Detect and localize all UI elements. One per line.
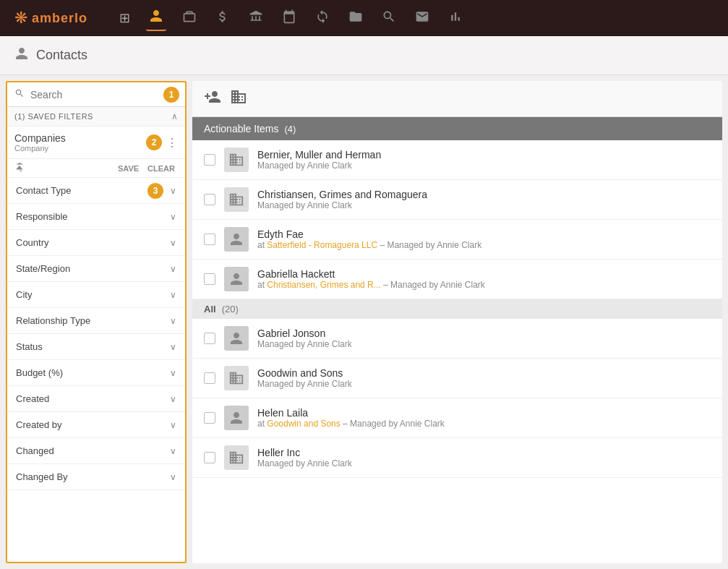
filter-label-responsible: Responsible [16, 211, 68, 222]
filter-label-state-region: State/Region [16, 263, 70, 274]
chevron-down-icon: ∨ [170, 238, 176, 248]
filter-label-changed-by: Changed By [16, 471, 68, 482]
filter-item-status[interactable]: Status ∨ [7, 334, 185, 360]
top-navigation: ❋ amberlo ⊞ [0, 0, 728, 36]
filter-item-country[interactable]: Country ∨ [7, 230, 185, 256]
save-button[interactable]: SAVE [115, 163, 142, 174]
nav-mail-icon[interactable] [412, 7, 432, 30]
contact-name: Heller Inc [257, 447, 352, 458]
contact-checkbox[interactable] [204, 273, 215, 285]
contact-row[interactable]: Christiansen, Grimes and Romaguera Manag… [192, 180, 722, 220]
chevron-down-icon: ∨ [170, 394, 176, 404]
filter-label-country: Country [16, 237, 49, 248]
nav-grid-icon[interactable]: ⊞ [116, 7, 133, 29]
filter-badge: 2 [146, 134, 162, 150]
search-icon [14, 88, 25, 100]
add-company-icon[interactable] [230, 88, 247, 109]
contact-info: Edyth Fae at Satterfield - Romaguera LLC… [257, 228, 481, 250]
contact-row[interactable]: Bernier, Muller and Herman Managed by An… [192, 140, 722, 180]
add-contact-icon[interactable] [204, 88, 221, 109]
contact-name: Christiansen, Grimes and Romaguera [257, 189, 427, 200]
contact-name: Goodwin and Sons [257, 367, 352, 379]
contact-checkbox[interactable] [204, 234, 215, 245]
chevron-down-icon: ∨ [170, 472, 176, 482]
filter-item-state-region[interactable]: State/Region ∨ [7, 256, 185, 282]
contact-row[interactable]: Goodwin and Sons Managed by Annie Clark [192, 359, 722, 398]
filter-item-changed[interactable]: Changed ∨ [7, 438, 185, 464]
contact-link[interactable]: Christiansen, Grimes and R... [267, 280, 380, 290]
contact-checkbox[interactable] [204, 412, 215, 424]
filter-item-city[interactable]: City ∨ [7, 282, 185, 308]
contact-avatar [224, 147, 249, 172]
chevron-down-icon: ∨ [170, 420, 176, 430]
filter-item-budget[interactable]: Budget (%) ∨ [7, 360, 185, 386]
filter-item-created[interactable]: Created ∨ [7, 386, 185, 412]
contact-avatar [224, 326, 249, 351]
contact-checkbox[interactable] [204, 372, 215, 384]
contact-avatar [224, 445, 249, 470]
filter-item-changed-by[interactable]: Changed By ∨ [7, 464, 185, 490]
clear-button[interactable]: CLEAR [145, 163, 178, 174]
nav-sync-icon[interactable] [312, 7, 333, 30]
contact-sub: at Christiansen, Grimes and R... – Manag… [257, 280, 485, 290]
saved-filters-chevron[interactable]: ∧ [171, 111, 179, 121]
contact-name: Gabriella Hackett [257, 268, 485, 280]
filter-label-status: Status [16, 341, 43, 352]
contact-info: Heller Inc Managed by Annie Clark [257, 447, 352, 469]
contact-avatar [224, 187, 249, 212]
chevron-down-icon: ∨ [170, 264, 176, 274]
contact-checkbox[interactable] [204, 194, 215, 205]
filter-label-city: City [16, 289, 32, 300]
all-section-header: All (20) [192, 299, 722, 319]
filter-item-relationship-type[interactable]: Relationship Type ∨ [7, 308, 185, 334]
contact-checkbox[interactable] [204, 154, 215, 166]
contact-row[interactable]: Gabriel Jonson Managed by Annie Clark [192, 319, 722, 359]
more-icon[interactable]: ⋮ [166, 136, 178, 150]
sidebar: 1 (1) SAVED FILTERS ∧ Companies Company … [6, 81, 187, 563]
filter-info: Companies Company [14, 132, 146, 153]
contact-checkbox[interactable] [204, 333, 215, 344]
contact-name: Helen Laila [257, 407, 445, 419]
page-title: Contacts [36, 48, 87, 63]
filter-label-relationship-type: Relationship Type [16, 315, 90, 326]
nav-chart-icon[interactable] [445, 7, 466, 30]
all-count: (20) [222, 304, 239, 315]
contact-info: Gabriella Hackett at Christiansen, Grime… [257, 268, 485, 290]
page-header-icon [14, 46, 29, 64]
all-label: All [204, 304, 216, 315]
contact-link[interactable]: Goodwin and Sons [267, 419, 340, 429]
main-area: 1 (1) SAVED FILTERS ∧ Companies Company … [0, 75, 728, 569]
app-logo: ❋ amberlo [14, 9, 87, 27]
contact-link[interactable]: Satterfield - Romaguera LLC [267, 240, 377, 250]
contact-name: Gabriel Jonson [257, 328, 352, 339]
content-toolbar [192, 81, 722, 117]
contact-row[interactable]: Heller Inc Managed by Annie Clark [192, 438, 722, 478]
contact-info: Bernier, Muller and Herman Managed by An… [257, 149, 381, 171]
filter-item-created-by[interactable]: Created by ∨ [7, 412, 185, 438]
nav-folder-icon[interactable] [346, 7, 366, 30]
nav-calendar-icon[interactable] [279, 7, 299, 30]
saved-filter-item[interactable]: Companies Company 2 ⋮ [7, 127, 185, 159]
filter-item-contact-type[interactable]: Contact Type 3 ∨ [7, 178, 185, 204]
filter-item-responsible[interactable]: Responsible ∨ [7, 204, 185, 230]
contact-list: Bernier, Muller and Herman Managed by An… [192, 140, 722, 563]
nav-dollar-icon[interactable] [213, 7, 233, 30]
contact-row[interactable]: Edyth Fae at Satterfield - Romaguera LLC… [192, 220, 722, 260]
saved-filters-header: (1) SAVED FILTERS ∧ [7, 107, 185, 127]
nav-bank-icon[interactable] [246, 7, 266, 30]
search-box[interactable]: 1 [7, 82, 185, 107]
nav-briefcase-icon[interactable] [179, 7, 200, 30]
chevron-down-icon: ∨ [170, 290, 176, 300]
filter-toolbar: SAVE CLEAR [7, 159, 185, 178]
contact-avatar [224, 267, 249, 291]
actionable-items-header: Actionable Items (4) [192, 117, 722, 140]
contact-checkbox[interactable] [204, 452, 215, 463]
contact-avatar [224, 366, 249, 390]
contact-sub: Managed by Annie Clark [257, 200, 427, 210]
search-input[interactable] [30, 89, 178, 100]
nav-search-icon[interactable] [379, 7, 399, 30]
actionable-count: (4) [285, 124, 296, 134]
nav-contacts-icon[interactable] [146, 6, 166, 31]
contact-row[interactable]: Gabriella Hackett at Christiansen, Grime… [192, 260, 722, 299]
contact-row[interactable]: Helen Laila at Goodwin and Sons – Manage… [192, 398, 722, 438]
